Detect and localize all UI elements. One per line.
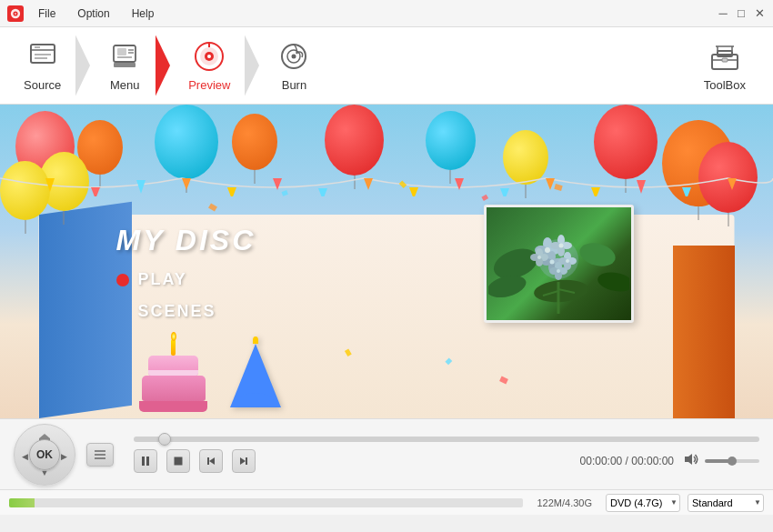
volume-slider[interactable] — [705, 459, 759, 463]
toolbox-label: ToolBox — [704, 78, 746, 92]
step-forward-button[interactable] — [232, 449, 256, 473]
menu-overlay: MY DISC PLAY SCENES — [116, 224, 256, 321]
party-hat — [230, 344, 281, 407]
down-button[interactable]: ▼ — [41, 463, 49, 479]
svg-marker-35 — [318, 188, 327, 196]
cake-tier-1 — [148, 356, 198, 376]
menu-list-button[interactable] — [86, 443, 114, 467]
svg-rect-13 — [114, 63, 136, 67]
minimize-button[interactable]: ─ — [717, 7, 729, 20]
svg-marker-36 — [364, 178, 373, 190]
preview-button[interactable]: Preview — [174, 27, 245, 105]
svg-marker-34 — [273, 178, 282, 190]
encoding-progress — [9, 498, 523, 507]
birthday-items — [139, 339, 281, 412]
maximize-button[interactable]: □ — [735, 7, 748, 20]
nav-item-source: Source — [9, 27, 75, 105]
svg-rect-96 — [146, 457, 149, 466]
svg-rect-3 — [31, 45, 55, 63]
time-display: 00:00:00 / 00:00:00 — [580, 455, 674, 467]
playback-controls-row: 00:00:00 / 00:00:00 — [134, 449, 759, 473]
stage-right-wall — [673, 246, 735, 418]
svg-point-21 — [292, 54, 296, 58]
stop-button[interactable] — [166, 449, 190, 473]
menu-help[interactable]: Help — [128, 5, 158, 22]
balloon-5 — [232, 114, 277, 170]
party-hat-container — [230, 344, 281, 407]
toolbox-button[interactable]: ToolBox — [686, 27, 764, 105]
play-label: PLAY — [138, 270, 187, 289]
svg-marker-37 — [409, 187, 418, 196]
thumbnail-preview — [484, 205, 634, 323]
toolbar: Source Menu — [0, 27, 773, 105]
menu-file[interactable]: File — [35, 5, 59, 22]
svg-point-56 — [597, 270, 629, 295]
quality-select[interactable]: Standard High Quality Custom — [688, 494, 764, 512]
svg-point-57 — [488, 272, 528, 302]
preview-area: MY DISC PLAY SCENES — [0, 105, 773, 418]
svg-marker-41 — [591, 187, 600, 196]
nav-item-menu: Menu — [94, 27, 156, 105]
chevron-sep-2 — [156, 27, 174, 105]
volume-icon[interactable] — [683, 452, 699, 470]
chevron-sep-3 — [245, 27, 263, 105]
disc-title: MY DISC — [116, 224, 256, 257]
svg-rect-99 — [207, 457, 209, 465]
size-info: 122M/4.30G — [537, 497, 592, 508]
burn-button[interactable]: Burn — [263, 27, 325, 105]
svg-point-55 — [533, 278, 589, 305]
menubar: File Option Help — [35, 5, 157, 22]
dpad-controller: ◀ OK ▶ ▼ — [14, 424, 75, 486]
playback-section: 00:00:00 / 00:00:00 — [125, 437, 759, 473]
prev-button[interactable]: ◀ — [22, 447, 28, 463]
dpad-outer-ring: ◀ OK ▶ ▼ — [14, 424, 75, 486]
menu-option[interactable]: Option — [74, 5, 113, 22]
dvd-type-dropdown-wrap: DVD (4.7G) DVD (8.5G) Blu-ray ▼ — [606, 494, 680, 512]
svg-marker-32 — [182, 178, 191, 190]
title-bar: File Option Help ─ □ ✕ — [0, 0, 773, 27]
source-icon — [26, 40, 59, 73]
progress-handle[interactable] — [158, 433, 171, 446]
nav-item-burn: Burn — [263, 27, 325, 105]
svg-point-63 — [545, 247, 550, 253]
svg-rect-9 — [117, 48, 126, 55]
next-button[interactable]: ▶ — [61, 447, 67, 463]
nav-item-preview: Preview — [174, 27, 245, 105]
source-button[interactable]: Source — [9, 27, 75, 105]
svg-point-17 — [207, 55, 211, 58]
balloon-7 — [426, 111, 476, 170]
dvd-type-select[interactable]: DVD (4.7G) DVD (8.5G) Blu-ray — [606, 494, 680, 512]
progress-bar[interactable] — [134, 437, 759, 442]
preview-icon — [193, 40, 226, 73]
svg-rect-95 — [142, 457, 145, 466]
svg-marker-102 — [685, 454, 692, 465]
status-bar: 122M/4.30G DVD (4.7G) DVD (8.5G) Blu-ray… — [0, 489, 773, 515]
svg-point-2 — [15, 13, 16, 15]
cake-base — [139, 401, 207, 412]
volume-handle[interactable] — [728, 457, 737, 466]
bunting — [0, 174, 773, 196]
menu-nav-label: Menu — [110, 78, 140, 92]
balloon-9 — [594, 105, 658, 179]
svg-marker-100 — [240, 457, 246, 465]
source-label: Source — [24, 78, 61, 92]
chevron-sep-1 — [75, 27, 94, 105]
svg-rect-97 — [175, 457, 183, 465]
svg-marker-30 — [91, 187, 100, 196]
svg-marker-98 — [209, 457, 215, 465]
menu-nav-button[interactable]: Menu — [94, 27, 156, 105]
play-option: PLAY — [116, 270, 256, 289]
step-back-button[interactable] — [199, 449, 223, 473]
svg-point-83 — [537, 256, 541, 259]
quality-dropdown-wrap: Standard High Quality Custom ▼ — [688, 494, 764, 512]
close-button[interactable]: ✕ — [753, 7, 766, 20]
title-bar-left: File Option Help — [7, 5, 157, 22]
svg-marker-33 — [227, 187, 236, 196]
encoding-progress-fill — [9, 498, 35, 507]
svg-point-68 — [559, 244, 564, 248]
window-controls: ─ □ ✕ — [717, 7, 766, 20]
birthday-cake — [139, 339, 207, 412]
burn-label: Burn — [282, 78, 306, 92]
svg-point-73 — [550, 260, 555, 265]
pause-button[interactable] — [134, 449, 157, 473]
